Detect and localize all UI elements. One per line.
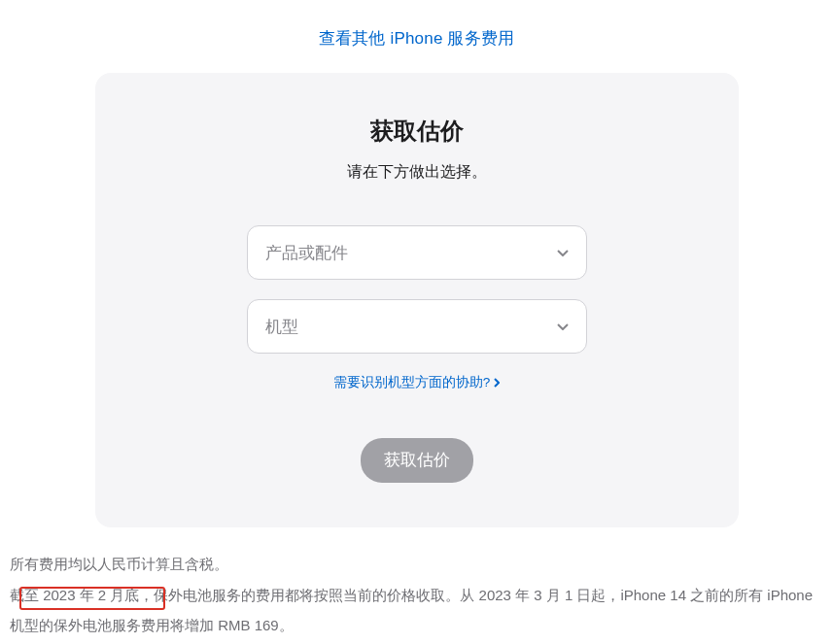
chevron-down-icon [557, 247, 569, 258]
model-select[interactable]: 机型 [247, 299, 587, 354]
top-link-container: 查看其他 iPhone 服务费用 [0, 0, 833, 73]
footer-text: 所有费用均以人民币计算且含税。 截至 2023 年 2 月底，保外电池服务的费用… [0, 527, 833, 641]
chevron-right-icon [494, 378, 500, 388]
product-select[interactable]: 产品或配件 [247, 225, 587, 280]
card-subtitle: 请在下方做出选择。 [134, 162, 700, 183]
chevron-down-icon [557, 321, 569, 332]
product-select-placeholder: 产品或配件 [265, 242, 557, 264]
footer-line-1: 所有费用均以人民币计算且含税。 [10, 549, 823, 580]
help-link-label: 需要识别机型方面的协助? [333, 374, 491, 391]
view-other-fees-link[interactable]: 查看其他 iPhone 服务费用 [319, 29, 515, 48]
model-select-wrapper: 机型 [247, 299, 587, 354]
help-link-container: 需要识别机型方面的协助? [134, 373, 700, 391]
identify-model-help-link[interactable]: 需要识别机型方面的协助? [333, 374, 501, 391]
model-select-placeholder: 机型 [265, 316, 557, 338]
footer-line-2: 截至 2023 年 2 月底，保外电池服务的费用都将按照当前的价格收取。从 20… [10, 580, 823, 641]
card-title: 获取估价 [134, 116, 700, 147]
get-estimate-button[interactable]: 获取估价 [361, 438, 473, 483]
product-select-wrapper: 产品或配件 [247, 225, 587, 280]
estimate-card: 获取估价 请在下方做出选择。 产品或配件 机型 需要识别机型方面的协助? [95, 73, 739, 527]
